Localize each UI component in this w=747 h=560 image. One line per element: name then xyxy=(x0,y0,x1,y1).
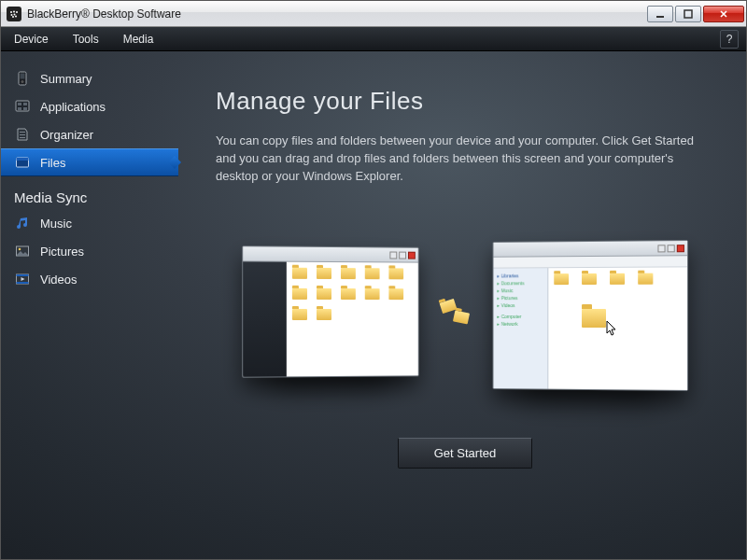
title-bar: BlackBerry® Desktop Software xyxy=(1,1,746,27)
menu-media[interactable]: Media xyxy=(118,30,160,49)
get-started-button[interactable]: Get Started xyxy=(398,438,532,469)
svg-point-6 xyxy=(15,15,17,17)
window-controls xyxy=(647,6,744,22)
sidebar-item-label: Music xyxy=(40,217,72,231)
main-content: Manage your Files You can copy files and… xyxy=(178,51,746,559)
illustration: ▸ Libraries ▸ Documents ▸ Music ▸ Pictur… xyxy=(216,217,714,413)
sidebar-item-music[interactable]: Music xyxy=(1,209,178,237)
sidebar-item-label: Organizer xyxy=(40,128,93,142)
sidebar-item-applications[interactable]: Applications xyxy=(1,92,178,120)
svg-point-11 xyxy=(21,80,24,83)
sidebar-item-label: Files xyxy=(40,156,65,170)
svg-rect-14 xyxy=(23,103,27,105)
body: Summary Applications Organizer Files xyxy=(1,51,746,559)
applications-icon xyxy=(14,99,31,114)
illustration-explorer-window: ▸ Libraries ▸ Documents ▸ Music ▸ Pictur… xyxy=(493,240,689,391)
videos-icon xyxy=(14,272,31,287)
menu-device[interactable]: Device xyxy=(8,30,54,49)
sidebar: Summary Applications Organizer Files xyxy=(1,51,178,559)
maximize-button[interactable] xyxy=(675,6,701,22)
sidebar-item-label: Pictures xyxy=(40,245,84,259)
sidebar-item-label: Applications xyxy=(40,100,106,114)
page-title: Manage your Files xyxy=(216,87,714,116)
app-window: BlackBerry® Desktop Software Device Tool… xyxy=(0,0,747,560)
sidebar-item-files[interactable]: Files xyxy=(1,148,178,176)
svg-rect-21 xyxy=(17,158,29,161)
svg-rect-10 xyxy=(21,74,25,79)
svg-rect-26 xyxy=(17,282,29,284)
svg-rect-13 xyxy=(18,103,21,105)
svg-point-3 xyxy=(11,14,13,16)
svg-point-23 xyxy=(19,248,21,251)
minimize-button[interactable] xyxy=(647,6,673,22)
svg-rect-25 xyxy=(17,274,29,276)
sidebar-section-media: Media Sync xyxy=(1,176,178,209)
sidebar-item-videos[interactable]: Videos xyxy=(1,265,178,293)
svg-rect-17 xyxy=(20,132,25,133)
pictures-icon xyxy=(14,244,31,259)
device-icon xyxy=(14,71,31,86)
cta-row: Get Started xyxy=(216,438,714,469)
svg-rect-19 xyxy=(20,137,25,138)
svg-point-0 xyxy=(10,11,12,13)
close-button[interactable] xyxy=(703,6,744,22)
window-title: BlackBerry® Desktop Software xyxy=(27,7,647,21)
menu-bar: Device Tools Media ? xyxy=(1,27,746,51)
sidebar-item-summary[interactable]: Summary xyxy=(1,64,178,92)
menu-tools[interactable]: Tools xyxy=(67,30,105,49)
illustration-transfer-icon xyxy=(437,297,474,334)
svg-rect-8 xyxy=(684,10,692,18)
svg-point-1 xyxy=(13,10,15,12)
files-icon xyxy=(14,155,31,170)
sidebar-item-label: Summary xyxy=(40,72,92,86)
svg-rect-18 xyxy=(20,134,25,135)
svg-point-2 xyxy=(16,11,18,13)
page-description: You can copy files and folders between y… xyxy=(216,133,701,186)
svg-rect-7 xyxy=(656,16,664,18)
organizer-icon xyxy=(14,127,31,142)
svg-rect-16 xyxy=(23,107,27,110)
help-button[interactable]: ? xyxy=(720,30,739,49)
illustration-device-window xyxy=(242,245,419,378)
svg-point-5 xyxy=(12,16,14,18)
svg-rect-15 xyxy=(18,107,21,110)
blackberry-icon xyxy=(7,7,21,21)
sidebar-item-organizer[interactable]: Organizer xyxy=(1,120,178,148)
sidebar-item-pictures[interactable]: Pictures xyxy=(1,237,178,265)
svg-point-4 xyxy=(14,13,16,15)
music-icon xyxy=(14,216,31,231)
sidebar-item-label: Videos xyxy=(40,273,78,287)
cursor-icon xyxy=(606,320,619,337)
